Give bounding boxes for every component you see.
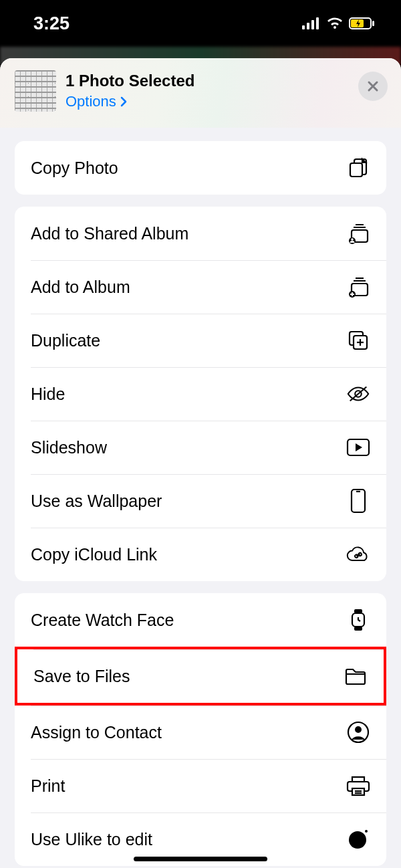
chevron-right-icon xyxy=(120,96,127,107)
options-label: Options xyxy=(65,93,116,110)
row-label: Assign to Contact xyxy=(31,723,162,742)
copy-photo-icon xyxy=(346,156,370,180)
cellular-icon xyxy=(302,17,321,29)
print-icon xyxy=(346,774,370,798)
svg-rect-0 xyxy=(302,25,305,29)
battery-charging-icon xyxy=(349,17,374,29)
duplicate-row[interactable]: Duplicate xyxy=(15,314,386,367)
watch-face-row[interactable]: Create Watch Face xyxy=(15,593,386,647)
row-label: Add to Album xyxy=(31,278,130,297)
save-to-files-row[interactable]: Save to Files xyxy=(15,647,386,706)
assign-contact-row[interactable]: Assign to Contact xyxy=(15,706,386,759)
wallpaper-icon xyxy=(346,489,370,513)
row-label: Copy Photo xyxy=(31,158,118,178)
slideshow-icon xyxy=(346,435,370,459)
hide-icon xyxy=(346,382,370,406)
icloud-link-icon xyxy=(346,542,370,566)
svg-rect-6 xyxy=(372,21,374,26)
svg-point-12 xyxy=(351,238,354,241)
svg-point-43 xyxy=(365,830,368,833)
row-label: Create Watch Face xyxy=(31,611,174,630)
action-group: Copy Photo xyxy=(15,141,386,195)
status-time: 3:25 xyxy=(33,13,70,34)
slideshow-row[interactable]: Slideshow xyxy=(15,421,386,474)
row-label: Add to Shared Album xyxy=(31,224,188,243)
svg-rect-1 xyxy=(307,23,309,29)
ulike-icon xyxy=(346,827,370,851)
watch-face-icon xyxy=(346,608,370,632)
home-indicator[interactable] xyxy=(134,857,267,861)
status-bar: 3:25 xyxy=(0,0,401,47)
photo-thumbnail xyxy=(15,70,56,112)
action-group: Create Watch Face Save to Files Assign t… xyxy=(15,593,386,866)
row-label: Save to Files xyxy=(33,667,130,686)
svg-rect-7 xyxy=(350,163,362,177)
row-label: Use Ulike to edit xyxy=(31,830,152,849)
row-label: Duplicate xyxy=(31,331,100,350)
folder-icon xyxy=(344,664,368,688)
row-label: Print xyxy=(31,776,65,796)
sheet-title: 1 Photo Selected xyxy=(65,72,194,90)
svg-rect-38 xyxy=(352,777,364,782)
print-row[interactable]: Print xyxy=(15,759,386,812)
duplicate-icon xyxy=(346,328,370,352)
wallpaper-row[interactable]: Use as Wallpaper xyxy=(15,474,386,528)
svg-rect-33 xyxy=(354,627,362,631)
status-icons xyxy=(302,17,374,29)
add-shared-album-row[interactable]: Add to Shared Album xyxy=(15,207,386,260)
svg-point-42 xyxy=(349,831,366,849)
share-sheet: 1 Photo Selected Options Copy Photo Add … xyxy=(0,58,401,868)
row-label: Slideshow xyxy=(31,438,107,457)
wifi-icon xyxy=(326,17,344,29)
add-album-icon xyxy=(346,275,370,299)
copy-photo-row[interactable]: Copy Photo xyxy=(15,141,386,195)
options-button[interactable]: Options xyxy=(65,93,194,110)
svg-rect-26 xyxy=(352,490,365,512)
svg-rect-3 xyxy=(316,17,319,29)
svg-point-36 xyxy=(355,726,362,733)
svg-rect-32 xyxy=(354,609,362,613)
svg-rect-2 xyxy=(311,20,314,29)
action-group: Add to Shared Album Add to Album Duplica… xyxy=(15,207,386,581)
close-button[interactable] xyxy=(358,72,388,101)
add-album-row[interactable]: Add to Album xyxy=(15,260,386,314)
hide-row[interactable]: Hide xyxy=(15,367,386,421)
close-icon xyxy=(367,80,379,92)
contact-icon xyxy=(346,720,370,744)
actions-list: Copy Photo Add to Shared Album Add to Al… xyxy=(0,128,401,866)
sheet-header: 1 Photo Selected Options xyxy=(0,58,401,128)
row-label: Use as Wallpaper xyxy=(31,492,162,511)
shared-album-icon xyxy=(346,221,370,245)
icloud-link-row[interactable]: Copy iCloud Link xyxy=(15,528,386,581)
row-label: Copy iCloud Link xyxy=(31,545,157,564)
row-label: Hide xyxy=(31,385,65,404)
